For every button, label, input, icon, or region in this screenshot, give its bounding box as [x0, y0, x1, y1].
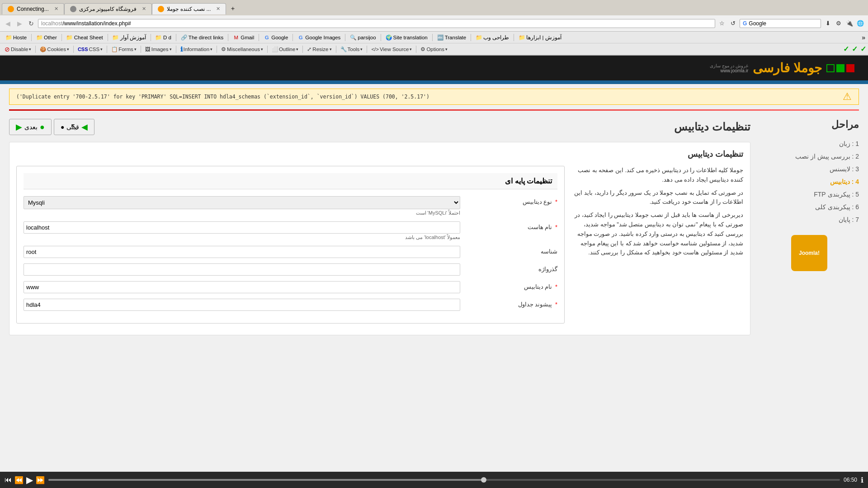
- video-info-button[interactable]: ℹ: [861, 476, 863, 484]
- reload-icon[interactable]: ↺: [728, 19, 738, 28]
- hostname-input[interactable]: [24, 221, 460, 234]
- info-text: جوملا کلیه اطلاعات را در دیتابیس ذخیره م…: [571, 166, 743, 258]
- db-type-select[interactable]: Mysqli: [24, 196, 460, 209]
- steps-title: مراحل: [760, 119, 859, 131]
- webdev-cookies[interactable]: 🍪 Cookies ▾: [37, 46, 72, 53]
- field-password[interactable]: [24, 263, 460, 276]
- forward-button[interactable]: ▶: [14, 19, 24, 28]
- field-row-hostname: * نام هاست معمولاً 'localhost' می باشد: [24, 221, 557, 240]
- webdev-label: Miscellaneous: [227, 47, 260, 52]
- red-separator: [9, 109, 859, 111]
- field-dbname[interactable]: [24, 281, 460, 293]
- bookmark-web-design[interactable]: 📁 طراحی وب: [473, 34, 512, 41]
- search-bar[interactable]: G Google: [740, 19, 821, 28]
- cursor-indicator: ↖: [70, 121, 78, 133]
- webdev-tools[interactable]: 🔧 Tools ▾: [338, 46, 366, 53]
- required-star: *: [555, 198, 557, 205]
- next-button[interactable]: ● بعدی ▶: [9, 119, 52, 135]
- download-icon[interactable]: ⬇: [823, 19, 833, 28]
- webdev-css[interactable]: CSS CSS ▾: [75, 46, 105, 52]
- required-star: *: [555, 301, 557, 308]
- dropdown-arrow: ▾: [445, 47, 448, 52]
- webdev-information[interactable]: ℹ Information ▾: [178, 45, 216, 53]
- bookmark-separator-5: [176, 34, 176, 41]
- bookmark-avvar[interactable]: 📁 آموزش آوار: [110, 34, 149, 41]
- webdev-resize[interactable]: ⤢ Resize ▾: [304, 46, 334, 53]
- tab-label-joomla: نصب کننده جوملا ...: [167, 6, 211, 12]
- dbname-input[interactable]: [24, 281, 460, 293]
- bookmark-label: The direct links: [189, 35, 223, 40]
- header-sub-text: غروش در موج سازی: [710, 63, 748, 68]
- webdev-images[interactable]: 🖼 Images ▾: [142, 46, 175, 52]
- new-tab-button[interactable]: ＋: [226, 3, 240, 14]
- more-bookmarks-button[interactable]: »: [862, 34, 865, 41]
- bookmark-separator-4: [151, 34, 151, 41]
- webdev-label: Cookies: [47, 47, 66, 52]
- video-play-button[interactable]: ▶: [26, 474, 33, 485]
- tab-close-shop[interactable]: ✕: [142, 6, 146, 12]
- prefix-input[interactable]: [24, 299, 460, 311]
- bookmark-other[interactable]: 📁 Other: [33, 34, 60, 41]
- bookmark-gmail[interactable]: M Gmail: [230, 34, 257, 41]
- nav-buttons: ● بعدی ▶ ↖ ◀ قبلی ●: [9, 119, 94, 135]
- web-icon[interactable]: 🌐: [855, 19, 865, 28]
- misc-icon: ⚙: [221, 46, 226, 52]
- step-1: 1 : زبان: [760, 137, 859, 150]
- webdev-forms[interactable]: 📋 Forms ▾: [108, 46, 139, 53]
- field-hostname[interactable]: معمولاً 'localhost' می باشد: [24, 221, 460, 240]
- tab-shop[interactable]: فروشگاه کامپیوتر مرکزی ✕: [64, 3, 152, 14]
- bookmark-dd[interactable]: 📁 D d: [153, 34, 174, 41]
- video-progress-bar[interactable]: [48, 479, 840, 481]
- prev-button[interactable]: ↖ ◀ قبلی ●: [54, 119, 94, 135]
- tab-close-joomla[interactable]: ✕: [216, 6, 220, 12]
- content-area: ● بعدی ▶ ↖ ◀ قبلی ● تنظیمات دیتابیس تنظی…: [9, 119, 750, 335]
- tab-joomla[interactable]: نصب کننده جوملا ... ✕: [152, 3, 226, 14]
- username-input[interactable]: [24, 246, 460, 258]
- back-button[interactable]: ◀: [3, 19, 13, 28]
- webdev-outline[interactable]: ⬜ Outline ▾: [269, 46, 301, 53]
- folder-icon: 📁: [476, 34, 482, 41]
- css-icon: CSS: [78, 47, 88, 52]
- url-bar[interactable]: localhost /www/installation/index.php#: [38, 19, 715, 28]
- field-prefix[interactable]: [24, 299, 460, 311]
- webdev-label: Information: [184, 47, 210, 52]
- bookmark-google[interactable]: G Google: [261, 34, 291, 41]
- webdev-options[interactable]: ⚙ Options ▾: [418, 46, 450, 53]
- field-row-db-type: * نوع دیتابیس Mysqli احتملاً 'MySQLi' اس…: [24, 196, 557, 216]
- bookmark-separator-10: [381, 34, 381, 41]
- error-bar: ('Duplicate entry '700-2.5.17' for key '…: [9, 89, 859, 105]
- video-fast-forward-button[interactable]: ⏩: [36, 476, 45, 484]
- bookmark-star-icon[interactable]: ☆: [717, 19, 727, 28]
- field-label-prefix: * پیشوند جداول: [467, 299, 557, 308]
- settings-icon[interactable]: ⚙: [834, 19, 844, 28]
- webdev-disable[interactable]: ⊘ Disable ▾: [2, 45, 34, 53]
- bookmark-site-translation[interactable]: 🌍 Site translation: [383, 34, 430, 41]
- tab-close-connecting[interactable]: ✕: [54, 6, 58, 12]
- bookmark-cheatsheet[interactable]: 📁 Cheat Sheet: [64, 34, 106, 41]
- folder-icon: 📁: [156, 34, 162, 41]
- page-top-bar: ● بعدی ▶ ↖ ◀ قبلی ● تنظیمات دیتابیس: [9, 119, 750, 135]
- tab-connecting[interactable]: Connecting... ✕: [2, 3, 64, 14]
- video-skip-start-button[interactable]: ⏮: [5, 476, 12, 484]
- bookmark-tools[interactable]: 📁 آموزش | ابزارها: [516, 34, 564, 41]
- info-icon: ℹ: [180, 46, 183, 53]
- password-input[interactable]: [24, 263, 460, 276]
- webdev-view-source[interactable]: </> View Source ▾: [368, 46, 415, 52]
- video-progress-fill: [48, 479, 484, 481]
- dropdown-arrow: ▾: [296, 47, 298, 52]
- bookmark-parsijoo[interactable]: 🔍 parsijoo: [347, 34, 378, 41]
- bookmark-google-images[interactable]: G Google Images: [295, 34, 343, 41]
- step-2: 2 : بررسی پیش از نصب: [760, 150, 859, 163]
- bookmark-direct-links[interactable]: 🔗 The direct links: [178, 34, 226, 41]
- browser-chrome: Connecting... ✕ فروشگاه کامپیوتر مرکزی ✕…: [0, 0, 868, 56]
- video-rewind-button[interactable]: ⏪: [14, 476, 24, 484]
- reload-button[interactable]: ↻: [26, 19, 36, 28]
- bookmark-hoste[interactable]: 📁 Hoste: [3, 34, 29, 41]
- bookmark-translate[interactable]: 🔤 Translate: [434, 34, 469, 41]
- extensions-icon[interactable]: 🔌: [844, 19, 854, 28]
- joomla-site-name: جوملا فارسی: [753, 61, 822, 75]
- webdev-misc[interactable]: ⚙ Miscellaneous ▾: [218, 46, 266, 53]
- field-username[interactable]: [24, 246, 460, 258]
- field-db-type[interactable]: Mysqli احتملاً 'MySQLi' است: [24, 196, 460, 216]
- joomla-blue-stripe: [0, 80, 868, 84]
